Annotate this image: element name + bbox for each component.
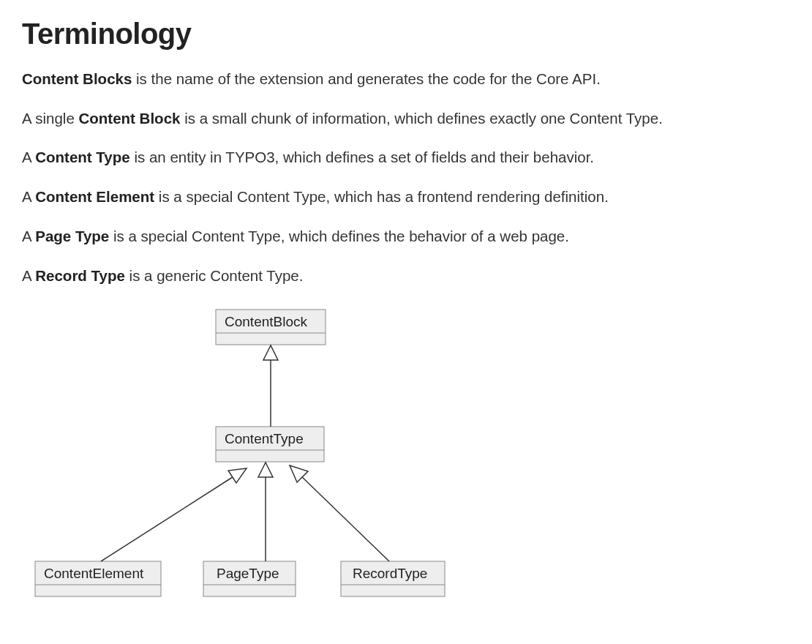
uml-diagram: ContentBlock ContentType ContentElement … <box>22 304 790 611</box>
svg-marker-15 <box>258 463 273 477</box>
uml-arrow-pagetype-contenttype <box>258 463 273 561</box>
uml-arrow-contentelement-contenttype <box>101 468 247 561</box>
text: A single <box>22 110 79 127</box>
svg-marker-11 <box>263 345 278 360</box>
term-page-type: Page Type <box>35 228 109 244</box>
definition-record-type: A Record Type is a generic Content Type. <box>22 265 790 287</box>
term-content-element: Content Element <box>35 188 154 205</box>
definition-content-element: A Content Element is a special Content T… <box>22 186 790 208</box>
uml-arrow-contenttype-contentblock <box>263 345 278 427</box>
term-content-type: Content Type <box>35 149 129 165</box>
text: is a generic Content Type. <box>125 267 304 284</box>
uml-node-record-type: RecordType <box>341 561 445 596</box>
text: is a small chunk of information, which d… <box>180 110 662 127</box>
uml-node-content-block: ContentBlock <box>216 310 326 345</box>
uml-label-page-type: PageType <box>217 566 279 581</box>
svg-line-16 <box>300 475 389 561</box>
text: A <box>22 267 35 284</box>
definition-content-block: A single Content Block is a small chunk … <box>22 108 790 130</box>
svg-line-12 <box>101 476 235 561</box>
uml-node-page-type: PageType <box>203 561 296 596</box>
definition-content-type: A Content Type is an entity in TYPO3, wh… <box>22 146 790 168</box>
uml-node-content-element: ContentElement <box>35 561 161 596</box>
page-title: Terminology <box>22 18 790 50</box>
uml-svg: ContentBlock ContentType ContentElement … <box>22 304 490 611</box>
text: A <box>22 149 35 165</box>
text: is a special Content Type, which defines… <box>109 228 569 244</box>
definition-content-blocks: Content Blocks is the name of the extens… <box>22 68 790 90</box>
svg-marker-13 <box>228 468 247 483</box>
term-content-blocks: Content Blocks <box>22 70 132 87</box>
uml-label-content-type: ContentType <box>225 431 304 446</box>
uml-label-content-block: ContentBlock <box>225 314 308 329</box>
uml-label-content-element: ContentElement <box>44 566 144 581</box>
uml-arrow-recordtype-contenttype <box>290 465 389 561</box>
uml-label-record-type: RecordType <box>353 566 427 581</box>
term-record-type: Record Type <box>35 267 125 284</box>
text: is the name of the extension and generat… <box>132 70 600 87</box>
text: is a special Content Type, which has a f… <box>154 188 609 205</box>
text: A <box>22 228 35 244</box>
definition-page-type: A Page Type is a special Content Type, w… <box>22 225 790 247</box>
term-content-block: Content Block <box>79 110 181 127</box>
text: A <box>22 188 35 205</box>
text: is an entity in TYPO3, which defines a s… <box>130 149 594 165</box>
uml-node-content-type: ContentType <box>216 427 324 462</box>
